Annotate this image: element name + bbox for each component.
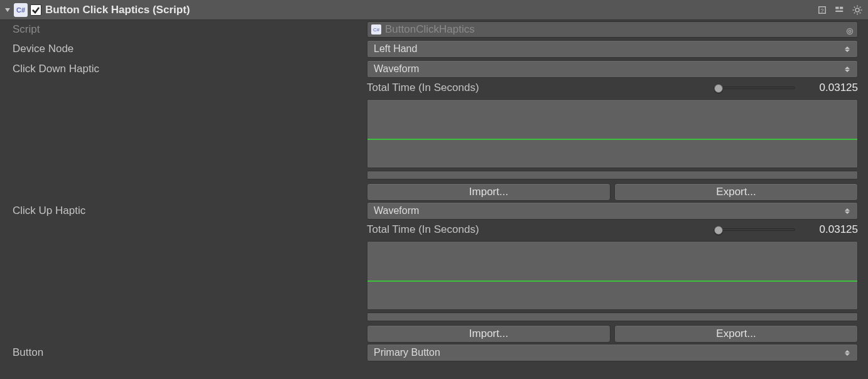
click-down-export-button[interactable]: Export... [614,183,858,201]
click-up-export-button[interactable]: Export... [614,325,858,343]
click-down-type-dropdown[interactable]: Waveform [367,60,858,78]
script-value: ButtonClickHaptics [385,23,475,36]
svg-point-6 [849,30,851,33]
script-row: Script C# ButtonClickHaptics [0,20,868,39]
click-up-type-value: Waveform [374,205,419,216]
device-node-label: Device Node [13,43,367,55]
script-label: Script [13,23,367,36]
preset-icon[interactable] [833,3,847,17]
svg-rect-3 [835,10,843,11]
click-down-type-value: Waveform [374,63,419,75]
component-title: Button Click Haptics (Script) [45,4,190,16]
click-up-time-row: Total Time (In Seconds) 0.03125 [367,221,858,238]
click-down-footer-bar [367,171,858,179]
svg-point-5 [847,29,853,35]
click-up-time-slider[interactable] [713,228,795,231]
click-up-type-dropdown[interactable]: Waveform [367,202,858,220]
click-up-label: Click Up Haptic [13,205,367,217]
click-down-import-button[interactable]: Import... [367,183,610,201]
click-up-curve-editor[interactable] [367,241,858,310]
click-down-label: Click Down Haptic [13,63,367,75]
click-down-curve-editor[interactable] [367,99,858,168]
click-down-time-row: Total Time (In Seconds) 0.03125 [367,79,858,97]
click-up-time-label: Total Time (In Seconds) [367,223,708,236]
click-down-row: Click Down Haptic Waveform [0,59,868,79]
component-header: C# Button Click Haptics (Script) ? [0,0,868,20]
device-node-dropdown[interactable]: Left Hand [367,40,858,58]
click-up-time-value[interactable]: 0.03125 [804,223,858,236]
object-picker-icon[interactable] [846,26,854,33]
dropdown-arrows-icon [845,350,851,356]
script-object-field[interactable]: C# ButtonClickHaptics [367,21,858,38]
device-node-row: Device Node Left Hand [0,39,868,59]
gear-icon[interactable] [850,3,864,17]
svg-point-4 [855,8,859,12]
foldout-toggle[interactable] [4,6,11,14]
click-down-section: Total Time (In Seconds) 0.03125 Import..… [0,79,868,201]
button-label: Button [13,346,367,359]
click-up-section: Total Time (In Seconds) 0.03125 Import..… [0,221,868,343]
svg-text:?: ? [820,7,823,13]
click-down-time-label: Total Time (In Seconds) [367,82,708,94]
svg-rect-1 [835,6,838,9]
click-up-footer-bar [367,312,858,321]
dropdown-arrows-icon [845,46,851,52]
click-up-row: Click Up Haptic Waveform [0,201,868,221]
help-icon[interactable]: ? [815,3,829,17]
svg-rect-2 [840,6,843,9]
enable-checkbox[interactable] [30,4,41,16]
button-row: Button Primary Button [0,343,868,363]
script-type-icon: C# [14,3,28,17]
button-value: Primary Button [374,347,440,358]
device-node-value: Left Hand [374,43,417,55]
slider-thumb[interactable] [714,226,723,235]
dropdown-arrows-icon [845,208,851,214]
click-down-time-slider[interactable] [713,87,795,89]
click-up-import-button[interactable]: Import... [367,325,610,343]
waveform-line [367,139,857,140]
click-down-time-value[interactable]: 0.03125 [804,82,858,94]
waveform-line [367,280,857,282]
dropdown-arrows-icon [845,67,851,72]
button-dropdown[interactable]: Primary Button [367,344,858,361]
slider-thumb[interactable] [714,84,723,93]
script-mini-icon: C# [371,24,381,35]
